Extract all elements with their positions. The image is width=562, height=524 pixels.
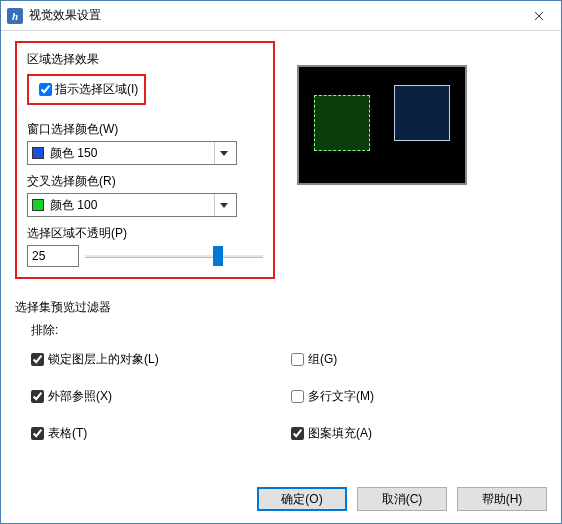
dialog-window: h 视觉效果设置 区域选择效果 指示选择区域(I) 窗口选择颜色(W) 颜色 1… xyxy=(0,0,562,524)
window-color-combo[interactable]: 颜色 150 xyxy=(27,141,237,165)
area-selection-group: 区域选择效果 指示选择区域(I) 窗口选择颜色(W) 颜色 150 交叉选择颜色… xyxy=(15,41,275,279)
xref-label: 外部参照(X) xyxy=(48,388,112,405)
close-button[interactable] xyxy=(516,1,561,30)
hatch-checkbox[interactable] xyxy=(291,427,304,440)
crossing-color-label: 交叉选择颜色(R) xyxy=(27,173,263,190)
window-color-label: 窗口选择颜色(W) xyxy=(27,121,263,138)
chevron-down-icon xyxy=(214,142,232,164)
xref-checkbox[interactable] xyxy=(31,390,44,403)
group-row[interactable]: 组(G) xyxy=(291,351,547,368)
table-checkbox[interactable] xyxy=(31,427,44,440)
slider-thumb[interactable] xyxy=(213,246,223,266)
group-label: 组(G) xyxy=(308,351,337,368)
indicate-area-checkbox[interactable] xyxy=(39,83,52,96)
mtext-row[interactable]: 多行文字(M) xyxy=(291,388,547,405)
window-title: 视觉效果设置 xyxy=(29,7,516,24)
hatch-row[interactable]: 图案填充(A) xyxy=(291,425,547,442)
filter-title: 选择集预览过滤器 xyxy=(15,299,547,316)
table-row[interactable]: 表格(T) xyxy=(31,425,291,442)
ok-button[interactable]: 确定(O) xyxy=(257,487,347,511)
app-icon: h xyxy=(7,8,23,24)
top-section: 区域选择效果 指示选择区域(I) 窗口选择颜色(W) 颜色 150 交叉选择颜色… xyxy=(15,41,547,279)
hatch-label: 图案填充(A) xyxy=(308,425,372,442)
crossing-color-swatch xyxy=(32,199,44,211)
exclude-label: 排除: xyxy=(31,322,547,339)
locked-layer-row[interactable]: 锁定图层上的对象(L) xyxy=(31,351,291,368)
mtext-checkbox[interactable] xyxy=(291,390,304,403)
crossing-color-combo[interactable]: 颜色 100 xyxy=(27,193,237,217)
crossing-color-value: 颜色 100 xyxy=(50,197,210,214)
group-checkbox[interactable] xyxy=(291,353,304,366)
area-selection-title: 区域选择效果 xyxy=(27,51,263,68)
close-icon xyxy=(534,11,544,21)
dialog-footer: 确定(O) 取消(C) 帮助(H) xyxy=(1,479,561,523)
help-button[interactable]: 帮助(H) xyxy=(457,487,547,511)
window-color-value: 颜色 150 xyxy=(50,145,210,162)
window-color-swatch xyxy=(32,147,44,159)
locked-layer-label: 锁定图层上的对象(L) xyxy=(48,351,159,368)
slider-rail xyxy=(85,255,263,258)
preview-crossing-box xyxy=(314,95,370,151)
opacity-slider[interactable] xyxy=(85,246,263,266)
dialog-content: 区域选择效果 指示选择区域(I) 窗口选择颜色(W) 颜色 150 交叉选择颜色… xyxy=(1,31,561,479)
cancel-button[interactable]: 取消(C) xyxy=(357,487,447,511)
opacity-label: 选择区域不透明(P) xyxy=(27,225,263,242)
titlebar: h 视觉效果设置 xyxy=(1,1,561,31)
filter-grid: 锁定图层上的对象(L) 组(G) 外部参照(X) 多行文字(M) 表格(T) xyxy=(31,347,547,446)
preview-window-box xyxy=(394,85,450,141)
opacity-row xyxy=(27,245,263,267)
indicate-area-label: 指示选择区域(I) xyxy=(55,81,138,98)
xref-row[interactable]: 外部参照(X) xyxy=(31,388,291,405)
filter-section: 选择集预览过滤器 排除: 锁定图层上的对象(L) 组(G) 外部参照(X) 多行 xyxy=(15,299,547,446)
indicate-area-highlight: 指示选择区域(I) xyxy=(27,74,146,105)
locked-layer-checkbox[interactable] xyxy=(31,353,44,366)
selection-preview xyxy=(297,65,467,185)
opacity-input[interactable] xyxy=(27,245,79,267)
chevron-down-icon xyxy=(214,194,232,216)
table-label: 表格(T) xyxy=(48,425,87,442)
mtext-label: 多行文字(M) xyxy=(308,388,374,405)
